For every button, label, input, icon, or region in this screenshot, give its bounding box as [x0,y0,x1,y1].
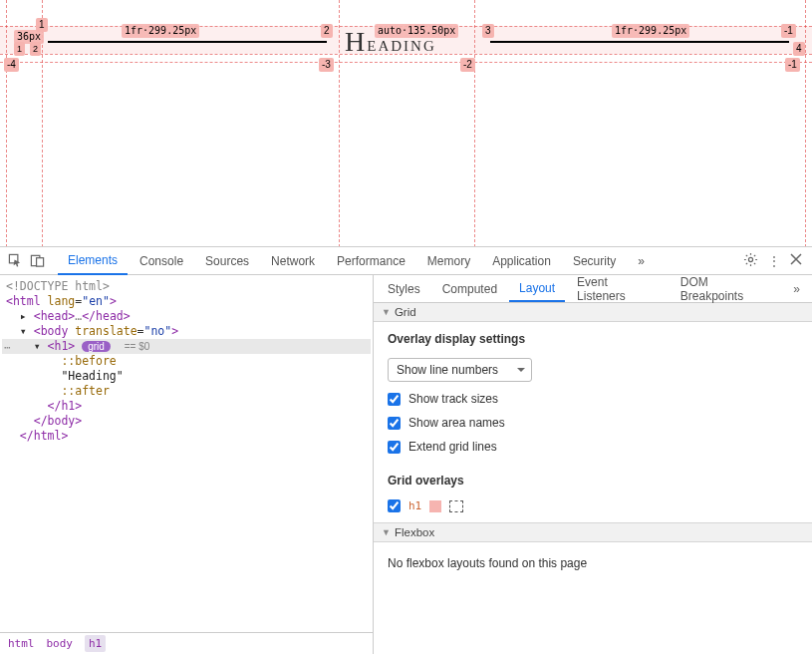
grid-line-2: 2 [321,24,333,38]
side-tab-styles[interactable]: Styles [378,277,430,301]
breadcrumb: html body h1 [0,632,373,654]
tab-elements[interactable]: Elements [58,247,128,275]
line-numbers-select[interactable]: Show line numbers [388,358,532,382]
check-extend-lines[interactable]: Extend grid lines [388,440,798,454]
tab-application[interactable]: Application [482,248,561,274]
crumb-body[interactable]: body [47,636,74,651]
close-icon[interactable] [790,253,802,268]
svg-point-3 [748,257,752,261]
grid-line-neg3: -3 [319,58,334,72]
inspect-icon[interactable] [6,252,24,270]
dom-pane: <!DOCTYPE html> <html lang="en"> ▸ <head… [0,275,374,654]
gear-icon[interactable] [743,252,758,270]
grid-small-2: 2 [30,42,41,56]
overlay-color-swatch[interactable] [429,500,441,512]
dom-selected-h1[interactable]: ⋯ ▾ <h1> grid == $0 [2,339,371,354]
chevron-down-icon: ▼ [382,307,391,317]
crumb-html[interactable]: html [8,636,35,651]
devtools: Elements Console Sources Network Perform… [0,247,812,654]
side-tab-eventlisteners[interactable]: Event Listeners [567,270,669,308]
grid-small-1: 1 [14,42,25,56]
grid-row-end-4: 4 [793,42,805,56]
grid-line-neg2: -2 [460,58,475,72]
grid-line-neg1: -1 [781,24,796,38]
tab-network[interactable]: Network [261,248,325,274]
side-tab-computed[interactable]: Computed [432,277,507,301]
side-tabs: Styles Computed Layout Event Listeners D… [374,275,812,303]
tab-sources[interactable]: Sources [195,248,259,274]
overlay-h1-label[interactable]: h1 [408,499,421,512]
tab-memory[interactable]: Memory [417,248,480,274]
flexbox-empty-msg: No flexbox layouts found on this page [374,542,812,584]
col-size-3: 1fr·299.25px [612,24,689,38]
kebab-icon[interactable]: ⋮ [768,254,780,268]
section-flexbox[interactable]: ▼ Flexbox [374,522,812,542]
grid-overlays-title: Grid overlays [388,474,798,488]
overlay-h1-checkbox[interactable] [388,499,401,512]
crumb-h1[interactable]: h1 [85,635,106,652]
check-area-names[interactable]: Show area names [388,416,798,430]
page-preview: Heading 36px 1fr·299.25px auto·135.50px … [0,0,812,247]
col-size-2: auto·135.50px [375,24,458,38]
section-grid[interactable]: ▼ Grid [374,303,812,322]
side-pane: Styles Computed Layout Event Listeners D… [374,275,812,654]
side-tab-layout[interactable]: Layout [509,276,565,302]
chevron-down-icon: ▼ [382,527,391,537]
side-tab-more[interactable]: » [785,282,808,296]
side-tab-dombreakpoints[interactable]: DOM Breakpoints [671,270,784,308]
grid-line-3: 3 [482,24,494,38]
grid-line-neg4: -4 [4,58,19,72]
check-track-sizes[interactable]: Show track sizes [388,392,798,406]
col-size-1: 1fr·299.25px [122,24,199,38]
tab-performance[interactable]: Performance [327,248,415,274]
overlay-settings-title: Overlay display settings [388,332,798,346]
overlay-dashed-icon[interactable] [449,500,463,512]
tab-console[interactable]: Console [130,248,193,274]
device-icon[interactable] [28,252,46,270]
grid-badge[interactable]: grid [82,341,111,352]
dom-tree[interactable]: <!DOCTYPE html> <html lang="en"> ▸ <head… [0,275,373,632]
grid-line-neg1b: -1 [785,58,800,72]
grid-line-1: 1 [36,18,48,32]
svg-rect-2 [36,258,43,266]
